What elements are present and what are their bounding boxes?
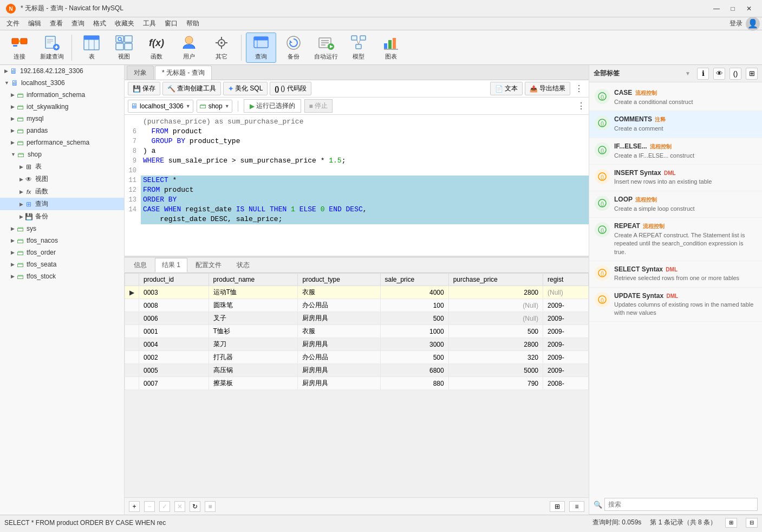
sidebar-item-pandas[interactable]: ▶ 🗃 pandas [0, 125, 124, 137]
refresh-button[interactable]: ↻ [190, 501, 200, 512]
toolbar-chart[interactable]: 图表 [376, 33, 406, 63]
toolbar-query[interactable]: 查询 [246, 33, 276, 63]
sidebar-item-local-conn[interactable]: ▼ 🖥 localhost_3306 [0, 77, 124, 89]
table-row[interactable]: ▶ 0003 运动T恤 衣服 4000 2800 (Null) [125, 286, 589, 299]
cancel-edit-button[interactable]: ✕ [174, 501, 185, 512]
col-header-sale-price[interactable]: sale_price [380, 274, 448, 286]
snippet-button[interactable]: () () 代码段 [270, 82, 311, 95]
result-tab-profile[interactable]: 配置文件 [188, 258, 229, 273]
col-header-product-type[interactable]: product_type [298, 274, 380, 286]
toolbar-autorun[interactable]: 自动运行 [311, 33, 341, 63]
form-view-button[interactable]: ≡ [569, 501, 584, 512]
snippet-insert[interactable]: () INSERT Syntax DML Insert new rows int… [589, 165, 762, 191]
grid-view-button[interactable]: ⊞ [550, 501, 565, 512]
tab-objects[interactable]: 对象 [127, 66, 154, 80]
preview-panel-icon[interactable]: 👁 [713, 68, 725, 80]
sidebar-item-nacos[interactable]: ▶ 🗃 tfos_nacos [0, 235, 124, 246]
toolbar-connect[interactable]: 连接 [4, 33, 35, 63]
stop-button[interactable]: ■ 停止 [304, 99, 333, 113]
sidebar-item-remote-conn[interactable]: ▶ 🖥 192.168.42.128_3306 [0, 65, 124, 77]
sidebar-item-shop[interactable]: ▼ 🗃 shop [0, 148, 124, 160]
export-button[interactable]: 📤 导出结果 [525, 82, 570, 95]
toolbar-backup[interactable]: 备份 [278, 33, 309, 63]
menu-edit[interactable]: 编辑 [24, 18, 45, 29]
toolbar-other[interactable]: 其它 [206, 33, 237, 63]
close-button[interactable]: ✕ [741, 3, 757, 14]
snippet-repeat[interactable]: () REPEAT 流程控制 Create A REPEAT construct… [589, 218, 762, 261]
table-row[interactable]: 0008 圆珠笔 办公用品 100 (Null) 2009- [125, 299, 589, 312]
toolbar-table[interactable]: 表 [76, 33, 107, 63]
toolbar-user[interactable]: 用户 [174, 33, 204, 63]
col-header-product-name[interactable]: product_name [209, 274, 298, 286]
menu-window[interactable]: 窗口 [160, 18, 182, 29]
result-tab-info[interactable]: 信息 [127, 258, 154, 273]
table-row[interactable]: 0006 叉子 厨房用具 500 (Null) 2009- [125, 312, 589, 325]
snippet-ifelse[interactable]: () IF...ELSE... 流程控制 Create a IF...ELSE.… [589, 138, 762, 165]
host-dropdown[interactable]: 🖥 localhost_3306 ▼ [128, 100, 193, 113]
sidebar-item-mysql[interactable]: ▶ 🗃 mysql [0, 113, 124, 125]
stop-load-button[interactable]: ■ [205, 501, 216, 512]
snippet-update[interactable]: () UPDATE Syntax DML Updates columns of … [589, 288, 762, 322]
col-header-purchase-price[interactable]: purchase_price [448, 274, 543, 286]
menu-query[interactable]: 查询 [67, 18, 89, 29]
result-tab-result1[interactable]: 结果 1 [155, 258, 187, 273]
sidebar-item-queries[interactable]: ▶ ⊞ 查询 [0, 198, 124, 210]
conn-more-icon[interactable]: ⋮ [577, 101, 585, 111]
menu-tools[interactable]: 工具 [139, 18, 160, 29]
text-button[interactable]: 📄 文本 [490, 82, 523, 95]
sidebar-item-order[interactable]: ▶ 🗃 tfos_order [0, 246, 124, 258]
build-query-button[interactable]: 🔨 查询创建工具 [162, 82, 221, 95]
remove-row-button[interactable]: − [144, 501, 155, 512]
view-grid-button[interactable]: ⊞ [725, 518, 737, 528]
run-button[interactable]: ▶ 运行已选择的 [244, 99, 301, 113]
maximize-button[interactable]: □ [725, 3, 740, 14]
table-row[interactable]: 0007 擦菜板 厨房用具 880 790 2008- [125, 377, 589, 390]
sidebar-item-iot[interactable]: ▶ 🗃 iot_skywalking [0, 101, 124, 113]
view-split-button[interactable]: ⊟ [746, 518, 758, 528]
code-panel-icon[interactable]: () [730, 68, 741, 80]
snippet-comments[interactable]: () COMMENTS 注释 Create a comment [589, 111, 762, 138]
table-row[interactable]: 0002 打孔器 办公用品 500 320 2009- [125, 351, 589, 364]
sidebar-item-info-schema[interactable]: ▶ 🗃 information_schema [0, 89, 124, 101]
grid-panel-icon[interactable]: ⊞ [746, 68, 758, 80]
menu-format[interactable]: 格式 [89, 18, 110, 29]
minimize-button[interactable]: — [709, 3, 724, 14]
code-editor[interactable]: (purchase_price) as sum_purchase_price 6… [125, 115, 589, 256]
search-input[interactable] [604, 498, 758, 511]
snippet-select[interactable]: () SELECT Syntax DML Retrieve selected r… [589, 261, 762, 287]
menu-favorites[interactable]: 收藏夹 [110, 18, 139, 29]
add-row-button[interactable]: + [129, 501, 140, 512]
col-header-regist[interactable]: regist [543, 274, 589, 286]
check-button[interactable]: ✓ [159, 501, 170, 512]
sidebar-item-tables[interactable]: ▶ ⊞ 表 [0, 160, 124, 173]
login-label[interactable]: 登录 [730, 19, 743, 28]
toolbar-model[interactable]: 模型 [343, 33, 374, 63]
sidebar-item-stock[interactable]: ▶ 🗃 tfos_stock [0, 270, 124, 282]
toolbar-view[interactable]: 视图 [109, 33, 139, 63]
more-button[interactable]: ⋮ [572, 83, 585, 94]
db-dropdown[interactable]: 🗃 shop ▼ [197, 100, 232, 113]
sidebar-item-views[interactable]: ▶ 👁 视图 [0, 173, 124, 185]
sidebar-item-sys[interactable]: ▶ 🗃 sys [0, 223, 124, 235]
tab-query[interactable]: * 无标题 - 查询 [155, 66, 212, 80]
snippet-loop[interactable]: () LOOP 流程控制 Create a simple loop constr… [589, 191, 762, 218]
sidebar-item-perf[interactable]: ▶ 🗃 performance_schema [0, 137, 124, 148]
result-tab-status[interactable]: 状态 [230, 258, 257, 273]
table-row[interactable]: 0004 菜刀 厨房用具 3000 2800 2009- [125, 338, 589, 351]
toolbar-func[interactable]: f(x) 函数 [141, 33, 172, 63]
snippet-case[interactable]: () CASE 流程控制 Create a conditional constr… [589, 85, 762, 111]
sidebar-item-backups[interactable]: ▶ 💾 备份 [0, 210, 124, 223]
save-button[interactable]: 💾 保存 [128, 82, 160, 95]
toolbar-new-query[interactable]: 新建查询 [37, 33, 67, 63]
sidebar-item-seata[interactable]: ▶ 🗃 tfos_seata [0, 258, 124, 270]
table-row[interactable]: 0005 高压锅 厨房用具 6800 5000 2009- [125, 364, 589, 377]
beautify-button[interactable]: ✦ 美化 SQL [223, 82, 268, 95]
sidebar-item-funcs[interactable]: ▶ fx 函数 [0, 185, 124, 198]
menu-help[interactable]: 帮助 [182, 18, 204, 29]
menu-file[interactable]: 文件 [2, 18, 24, 29]
results-table-container[interactable]: product_id product_name product_type sal… [125, 273, 589, 497]
menu-view[interactable]: 查看 [45, 18, 67, 29]
col-header-product-id[interactable]: product_id [139, 274, 209, 286]
info-panel-icon[interactable]: ℹ [697, 68, 709, 80]
table-row[interactable]: 0001 T恤衫 衣服 1000 500 2009- [125, 325, 589, 338]
